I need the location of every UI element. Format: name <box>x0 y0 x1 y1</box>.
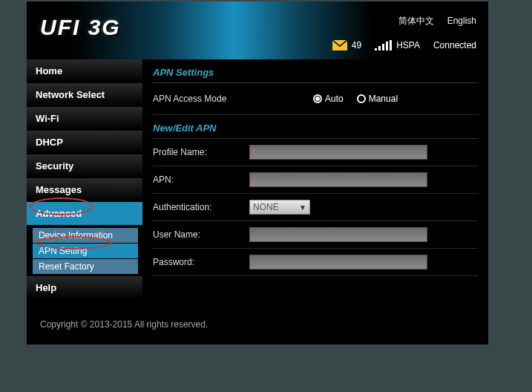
mail-count: 49 <box>352 40 361 50</box>
nav-home[interactable]: Home <box>27 59 142 83</box>
row-authentication: Authentication: NONE ▼ <box>153 194 478 221</box>
footer-copyright: Copyright © 2013-2015 All rights reserve… <box>40 319 208 330</box>
mail-indicator[interactable]: 49 <box>332 40 361 50</box>
radio-manual[interactable]: Manual <box>357 94 398 104</box>
lang-zh[interactable]: 简体中文 <box>398 16 434 26</box>
connection-status: Connected <box>433 40 476 50</box>
section-apn-settings: APN Settings <box>153 59 478 83</box>
select-auth-value: NONE <box>253 202 279 212</box>
radio-auto-label: Auto <box>325 94 344 104</box>
input-username[interactable] <box>249 227 427 242</box>
input-profile-name[interactable] <box>249 145 427 160</box>
row-username: User Name: <box>153 221 478 249</box>
header: UFI 3G 简体中文 English 49 HSPA Connected <box>27 1 488 59</box>
label-authentication: Authentication: <box>153 202 249 212</box>
subnav-reset-factory[interactable]: Reset Factory <box>33 259 138 274</box>
nav-help[interactable]: Help <box>27 276 142 300</box>
select-authentication[interactable]: NONE ▼ <box>249 200 310 215</box>
section-new-edit-apn: New/Edit APN <box>153 115 478 139</box>
radio-auto[interactable]: Auto <box>313 94 344 104</box>
signal-bars-icon <box>375 40 392 50</box>
row-password: Password: <box>153 249 478 276</box>
main-content: APN Settings APN Access Mode Auto Manual… <box>142 59 488 344</box>
row-profile-name: Profile Name: <box>153 139 478 166</box>
nav-security[interactable]: Security <box>27 154 142 178</box>
label-username: User Name: <box>153 229 249 240</box>
radio-dot-icon <box>313 94 322 103</box>
label-access-mode: APN Access Mode <box>153 94 249 104</box>
radio-dot-icon <box>357 94 366 103</box>
lang-en[interactable]: English <box>447 16 476 26</box>
nav-advanced-submenu: Device Information APN Setting Reset Fac… <box>27 226 142 276</box>
network-type: HSPA <box>396 40 420 50</box>
nav-dhcp[interactable]: DHCP <box>27 131 142 154</box>
access-mode-group: Auto Manual <box>313 94 398 104</box>
language-switch: 简体中文 English <box>388 15 476 27</box>
chevron-down-icon: ▼ <box>299 203 306 212</box>
nav-messages[interactable]: Messages <box>27 178 142 202</box>
app-frame: UFI 3G 简体中文 English 49 HSPA Connected <box>27 1 488 344</box>
subnav-device-information[interactable]: Device Information <box>33 228 138 243</box>
mail-icon <box>332 40 347 50</box>
row-access-mode: APN Access Mode Auto Manual <box>153 83 478 115</box>
label-apn: APN: <box>153 174 249 185</box>
row-apn: APN: <box>153 166 478 194</box>
signal-indicator: HSPA <box>375 40 420 50</box>
sidebar: Home Network Select Wi-Fi DHCP Security … <box>27 59 142 344</box>
status-bar: 49 HSPA Connected <box>332 40 476 50</box>
label-profile-name: Profile Name: <box>153 147 249 157</box>
input-password[interactable] <box>249 255 427 270</box>
nav-wifi[interactable]: Wi-Fi <box>27 107 142 131</box>
subnav-apn-setting[interactable]: APN Setting <box>33 244 138 258</box>
input-apn[interactable] <box>249 172 427 187</box>
radio-manual-label: Manual <box>369 94 398 104</box>
logo: UFI 3G <box>40 15 121 40</box>
label-password: Password: <box>153 257 249 267</box>
nav-network-select[interactable]: Network Select <box>27 83 142 107</box>
nav-advanced[interactable]: Advanced <box>27 202 142 226</box>
